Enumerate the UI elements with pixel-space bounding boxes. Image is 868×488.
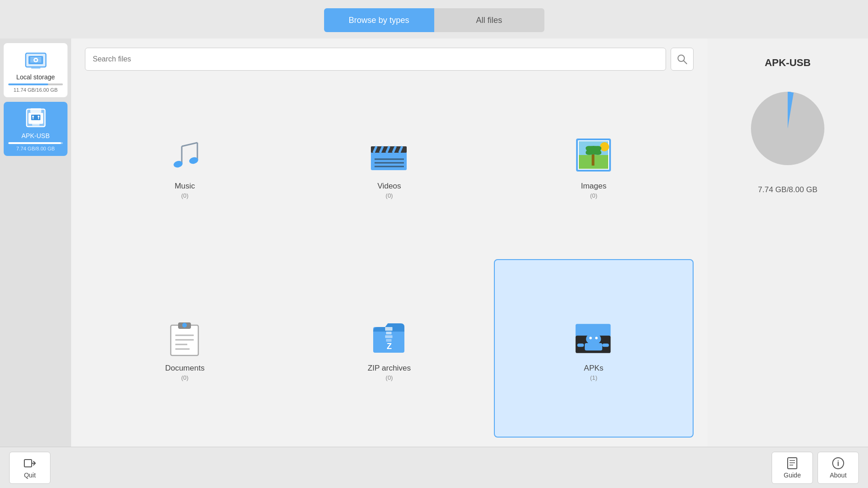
apk-usb-label: APK-USB [22, 132, 50, 139]
svg-point-63 [595, 337, 598, 339]
svg-rect-68 [602, 343, 609, 346]
file-grid: Music (0) [85, 78, 694, 438]
apks-label: APKs [584, 364, 604, 373]
svg-line-22 [182, 143, 197, 146]
zip-icon: Z [366, 318, 412, 359]
images-count: (0) [590, 192, 597, 199]
local-storage-icon [24, 50, 48, 70]
tile-zip[interactable]: Z ZIP archives (0) [289, 259, 489, 438]
top-tab-bar: Browse by types All files [0, 0, 868, 39]
images-icon [571, 136, 616, 177]
music-icon [162, 136, 208, 177]
svg-rect-70 [24, 460, 32, 467]
guide-button[interactable]: Guide [772, 452, 813, 484]
search-button[interactable] [671, 48, 694, 71]
apk-usb-card[interactable]: APK-USB 7.74 GB/8.00 GB [4, 102, 67, 156]
quit-label: Quit [24, 471, 36, 479]
content-area: Music (0) [71, 39, 707, 447]
apk-usb-icon [24, 108, 48, 128]
main-layout: Local storage 11.74 GB/16.00 GB AP [0, 39, 868, 447]
tile-images[interactable]: Images (0) [494, 78, 694, 255]
videos-count: (0) [386, 192, 393, 199]
apk-usb-bar [8, 142, 63, 144]
tab-all-files[interactable]: All files [434, 8, 544, 32]
bottom-bar: Quit Guide i About [0, 447, 868, 488]
svg-rect-19 [32, 122, 39, 126]
svg-point-16 [38, 116, 39, 117]
svg-rect-66 [585, 343, 602, 350]
quit-icon [23, 457, 36, 470]
quit-button[interactable]: Quit [9, 452, 50, 484]
guide-label: Guide [784, 471, 801, 479]
storage-pie-chart [742, 83, 834, 174]
music-count: (0) [181, 192, 189, 199]
about-icon: i [832, 457, 845, 470]
images-label: Images [581, 182, 606, 191]
svg-line-21 [683, 61, 687, 64]
zip-count: (0) [386, 374, 393, 381]
svg-point-44 [587, 146, 600, 151]
search-icon [677, 54, 687, 64]
apk-usb-usage: 7.74 GB/8.00 GB [17, 146, 55, 151]
svg-rect-67 [577, 343, 584, 346]
about-button[interactable]: i About [818, 452, 859, 484]
local-storage-usage: 11.74 GB/16.00 GB [13, 87, 57, 93]
tab-browse-by-types[interactable]: Browse by types [324, 8, 434, 32]
svg-rect-56 [385, 335, 392, 338]
videos-icon [366, 136, 412, 177]
svg-rect-12 [30, 108, 41, 113]
svg-rect-54 [385, 327, 392, 331]
guide-icon [786, 457, 799, 470]
search-input[interactable] [85, 48, 666, 71]
music-label: Music [174, 182, 195, 191]
svg-point-40 [600, 142, 609, 151]
svg-rect-14 [31, 115, 40, 120]
apks-icon [571, 318, 616, 359]
local-storage-label: Local storage [16, 73, 55, 81]
svg-point-15 [32, 116, 34, 117]
bottom-right-buttons: Guide i About [772, 452, 859, 484]
svg-point-61 [586, 333, 601, 344]
svg-rect-55 [386, 332, 392, 334]
tile-music[interactable]: Music (0) [85, 78, 285, 255]
tile-videos[interactable]: Videos (0) [289, 78, 489, 255]
svg-rect-3 [31, 67, 40, 69]
local-storage-card[interactable]: Local storage 11.74 GB/16.00 GB [4, 43, 67, 97]
sidebar: Local storage 11.74 GB/16.00 GB AP [0, 39, 71, 447]
svg-rect-72 [788, 458, 797, 469]
documents-count: (0) [181, 374, 189, 381]
tile-documents[interactable]: Documents (0) [85, 259, 285, 438]
documents-icon [162, 318, 208, 359]
svg-point-62 [589, 337, 592, 339]
about-label: About [830, 471, 847, 479]
local-storage-bar [8, 83, 63, 85]
svg-text:Z: Z [386, 342, 392, 351]
svg-point-52 [182, 323, 187, 327]
svg-text:i: i [837, 460, 839, 467]
search-bar [85, 48, 694, 71]
zip-label: ZIP archives [368, 364, 411, 373]
tile-apks[interactable]: APKs (1) [494, 259, 694, 438]
documents-label: Documents [165, 364, 205, 373]
right-panel: APK-USB 7.74 GB/8.00 GB [707, 39, 868, 447]
apks-count: (1) [590, 374, 597, 381]
panel-title: APK-USB [765, 57, 811, 69]
panel-usage: 7.74 GB/8.00 GB [758, 185, 817, 194]
videos-label: Videos [377, 182, 401, 191]
